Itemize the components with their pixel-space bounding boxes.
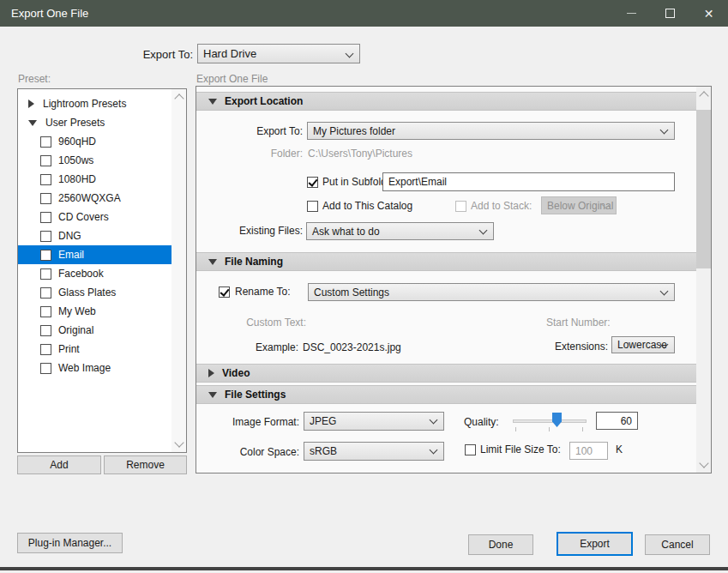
add-preset-button[interactable]: Add (17, 455, 101, 474)
preset-label: 960qHD (58, 136, 96, 148)
rename-to-checkbox[interactable] (219, 286, 230, 298)
preset-item[interactable]: My Web (18, 302, 171, 321)
export-dialog: Export One File ✕ Export To: Hard Drive … (0, 0, 728, 573)
quality-slider-track[interactable] (513, 419, 587, 423)
start-number-label: Start Number: (546, 317, 611, 329)
export-to-label: Export To: (94, 48, 193, 61)
limit-file-size-input[interactable] (569, 442, 608, 460)
existing-files-value: Ask what to do (312, 226, 380, 238)
preset-item[interactable]: 1050ws (18, 151, 171, 170)
quality-slider-thumb[interactable] (552, 413, 562, 427)
preset-checkbox[interactable] (40, 344, 51, 355)
preset-checkbox[interactable] (40, 287, 51, 299)
subfolder-input[interactable] (382, 172, 675, 191)
preset-checkbox[interactable] (40, 193, 51, 204)
preset-item[interactable]: 960qHD (18, 132, 171, 151)
location-export-to-value: My Pictures folder (313, 125, 395, 137)
preset-item[interactable]: 2560WQXGA (18, 189, 171, 208)
preset-scrollbar[interactable] (171, 89, 186, 452)
close-button[interactable]: ✕ (689, 0, 728, 27)
chevron-down-icon (479, 226, 488, 235)
add-to-catalog-label: Add to This Catalog (322, 200, 412, 213)
scroll-down-icon[interactable] (699, 458, 708, 467)
close-icon: ✕ (704, 8, 714, 20)
remove-preset-button[interactable]: Remove (104, 455, 187, 474)
folder-value: C:\Users\Tony\Pictures (308, 148, 412, 160)
maximize-button[interactable] (651, 0, 689, 27)
section-video[interactable]: Video (196, 364, 696, 383)
minimize-button[interactable] (612, 0, 651, 27)
section-export-location[interactable]: Export Location (196, 92, 696, 111)
scroll-up-icon[interactable] (174, 93, 184, 103)
preset-item[interactable]: Glass Plates (18, 283, 171, 302)
settings-panel: Export Location Export To: My Pictures f… (196, 86, 712, 473)
collapse-icon (208, 392, 217, 398)
quality-label: Quality: (464, 416, 499, 429)
preset-checkbox[interactable] (40, 268, 51, 280)
preset-item[interactable]: Print (18, 340, 171, 359)
checkmark-icon (308, 177, 317, 187)
preset-item[interactable]: Web Image (18, 359, 171, 377)
preset-item[interactable]: Email (18, 245, 171, 264)
preset-checkbox[interactable] (40, 136, 51, 148)
preset-label: CD Covers (58, 211, 109, 223)
preset-checkbox[interactable] (40, 174, 51, 185)
preset-label: Facebook (58, 268, 104, 280)
section-file-settings[interactable]: File Settings (196, 385, 696, 404)
preset-list-box: Lightroom PresetsUser Presets960qHD1050w… (17, 88, 187, 453)
color-space-value: sRGB (310, 445, 337, 457)
preset-group[interactable]: Lightroom Presets (18, 94, 171, 113)
export-button[interactable]: Export (557, 532, 633, 556)
preset-item[interactable]: DNG (18, 226, 171, 245)
settings-scrollbar[interactable] (696, 87, 711, 473)
location-export-to-select[interactable]: My Pictures folder (307, 122, 675, 140)
section-title: File Settings (225, 389, 286, 401)
rename-to-select[interactable]: Custom Settings (308, 283, 675, 301)
existing-files-select[interactable]: Ask what to do (306, 222, 494, 240)
window-title: Export One File (11, 7, 88, 20)
preset-checkbox[interactable] (40, 155, 51, 166)
preset-caption: Preset: (18, 73, 51, 85)
extensions-select[interactable]: Lowercase (611, 336, 675, 353)
slider-tick (515, 427, 516, 431)
preset-label: 1080HD (58, 173, 96, 185)
scroll-down-icon[interactable] (174, 437, 184, 447)
color-space-select[interactable]: sRGB (304, 442, 444, 461)
example-label: Example: (196, 341, 298, 354)
add-to-stack-checkbox (455, 201, 466, 212)
cancel-button[interactable]: Cancel (645, 534, 710, 555)
collapse-icon[interactable] (28, 120, 37, 126)
quality-value-input[interactable] (596, 412, 638, 430)
limit-file-size-label: Limit File Size To: (480, 443, 561, 456)
export-to-value: Hard Drive (203, 47, 256, 60)
preset-checkbox[interactable] (40, 363, 51, 374)
chevron-down-icon (660, 287, 669, 296)
scroll-up-icon[interactable] (699, 91, 708, 100)
expand-icon[interactable] (28, 100, 34, 108)
limit-file-size-checkbox[interactable] (465, 444, 476, 455)
location-export-to-label: Export To: (196, 125, 303, 138)
preset-item[interactable]: 1080HD (18, 170, 171, 189)
preset-checkbox[interactable] (40, 306, 51, 317)
preset-checkbox[interactable] (40, 212, 51, 223)
preset-checkbox[interactable] (40, 250, 51, 261)
preset-checkbox[interactable] (40, 325, 51, 336)
preset-label: User Presets (45, 117, 105, 129)
section-file-naming[interactable]: File Naming (196, 252, 696, 271)
plugin-manager-button[interactable]: Plug-in Manager... (17, 533, 123, 553)
preset-item[interactable]: Original (18, 321, 171, 340)
window-controls: ✕ (612, 0, 728, 27)
done-button[interactable]: Done (468, 534, 533, 555)
scrollbar-thumb[interactable] (696, 110, 711, 268)
add-to-catalog-checkbox[interactable] (307, 201, 318, 212)
checkmark-icon (220, 286, 229, 297)
image-format-select[interactable]: JPEG (304, 412, 444, 431)
preset-checkbox[interactable] (40, 231, 51, 242)
image-format-label: Image Format: (196, 416, 299, 429)
export-to-select[interactable]: Hard Drive (197, 44, 360, 63)
preset-label: Glass Plates (58, 286, 116, 299)
put-in-subfolder-checkbox[interactable] (307, 177, 318, 188)
preset-item[interactable]: CD Covers (18, 208, 171, 226)
preset-group[interactable]: User Presets (18, 113, 171, 132)
preset-item[interactable]: Facebook (18, 264, 171, 283)
